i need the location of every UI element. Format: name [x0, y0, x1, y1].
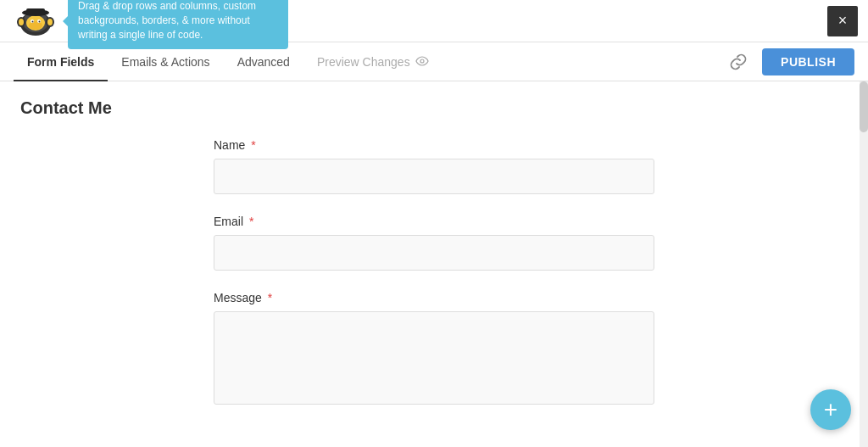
scrollbar[interactable] — [860, 81, 868, 447]
fab-add-button[interactable]: + — [810, 389, 851, 430]
tabs-actions: PUBLISH — [725, 48, 854, 75]
svg-rect-13 — [26, 8, 45, 15]
email-label: Email * — [214, 215, 654, 228]
svg-point-7 — [39, 20, 41, 22]
name-input[interactable] — [214, 159, 654, 194]
scrollbar-thumb[interactable] — [860, 81, 868, 132]
svg-point-6 — [32, 20, 34, 22]
name-field: Name * — [214, 138, 654, 194]
message-label: Message * — [214, 291, 654, 305]
close-button[interactable]: × — [827, 6, 858, 36]
message-field: Message * — [214, 291, 654, 408]
tab-advanced[interactable]: Advanced — [224, 42, 303, 81]
svg-point-3 — [29, 21, 42, 30]
top-bar: Drag & drop rows and columns, custom bac… — [0, 0, 868, 42]
name-required: * — [251, 138, 255, 152]
tab-form-fields[interactable]: Form Fields — [14, 42, 108, 81]
form-area: Name * Email * Message * — [214, 138, 654, 408]
link-button[interactable] — [725, 48, 752, 75]
eye-icon — [415, 55, 429, 69]
email-field: Email * — [214, 215, 654, 271]
publish-button[interactable]: PUBLISH — [762, 48, 854, 75]
svg-point-11 — [47, 19, 53, 25]
main-content: Contact Me Name * Email * Message * — [0, 81, 868, 447]
tab-preview-changes[interactable]: Preview Changes — [303, 42, 442, 81]
tabs-bar: Form Fields Emails & Actions Advanced Pr… — [0, 42, 868, 81]
svg-point-10 — [19, 19, 24, 25]
tab-emails-actions[interactable]: Emails & Actions — [108, 42, 223, 81]
logo — [10, 3, 61, 39]
message-textarea[interactable] — [214, 311, 654, 405]
email-required: * — [249, 215, 253, 228]
form-title: Contact Me — [20, 98, 848, 118]
svg-point-14 — [420, 59, 424, 63]
name-label: Name * — [214, 138, 654, 152]
email-input[interactable] — [214, 235, 654, 271]
message-required: * — [268, 291, 272, 305]
